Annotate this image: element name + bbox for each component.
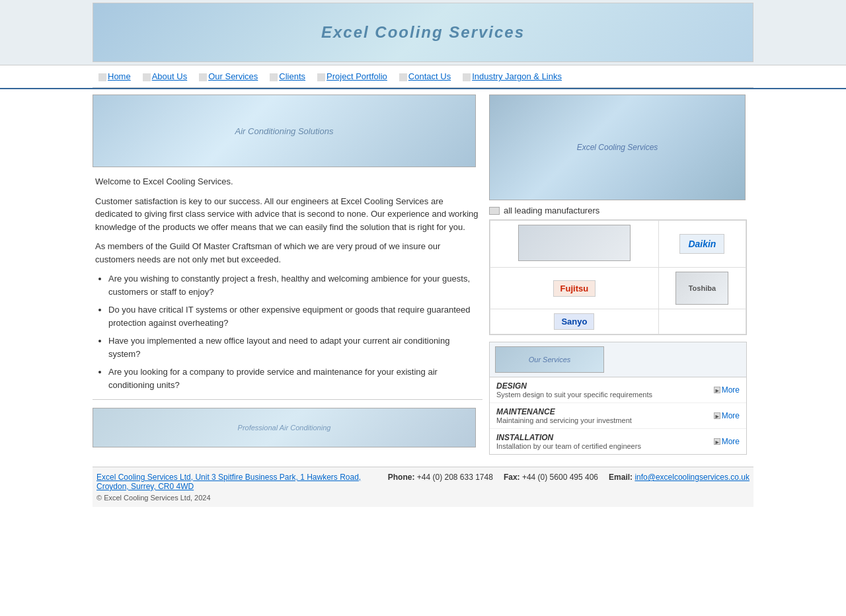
design-title: DESIGN (496, 381, 714, 391)
content-divider (93, 399, 482, 400)
services-banner: Our Services (495, 346, 604, 373)
nav-home[interactable]: Home (93, 68, 137, 85)
nav-clients[interactable]: Clients (264, 68, 311, 85)
more-arrow-icon: ► (714, 387, 720, 393)
phone-number: +44 (0) 208 633 1748 (417, 473, 493, 482)
nav-about[interactable]: About Us (137, 68, 193, 85)
clients-icon (270, 73, 278, 81)
design-more-label: More (722, 385, 740, 395)
manufacturers-header: all leading manufacturers (489, 206, 747, 215)
footer: Excel Cooling Services Ltd, Unit 3 Spitf… (93, 467, 753, 507)
footer-fax: Fax: +44 (0) 5600 495 406 (504, 473, 598, 482)
jargon-icon (463, 73, 471, 81)
more-arrow-icon-2: ► (714, 412, 720, 419)
service-installation-row: INSTALLATION Installation by our team of… (490, 429, 746, 454)
nav-contact[interactable]: Contact Us (393, 68, 457, 85)
services-section: Our Services DESIGN System design to sui… (489, 342, 747, 455)
nav-portfolio[interactable]: Project Portfolio (311, 68, 393, 85)
right-column: Excel Cooling Services all leading manuf… (482, 89, 747, 460)
contact-icon (399, 73, 407, 81)
footer-copyright: © Excel Cooling Services Ltd, 2024 (96, 494, 750, 502)
services-icon (199, 73, 207, 81)
welcome-section: Welcome to Excel Cooling Services. Custo… (93, 175, 482, 391)
sanyo-logo: Sanyo (554, 313, 594, 330)
maintenance-more-label: More (722, 411, 740, 420)
manufacturer-cell-fujitsu: Fujitsu (490, 268, 659, 309)
mitsubishi-logo (518, 225, 631, 261)
portfolio-icon (317, 73, 325, 81)
installation-more-label: More (722, 437, 740, 446)
design-desc: System design to suit your specific requ… (496, 391, 714, 399)
phone-label: Phone: (388, 473, 415, 482)
nav-jargon[interactable]: Industry Jargon & Links (457, 68, 568, 85)
toshiba-logo-img: Toshiba (675, 272, 728, 305)
left-bottom-image: Professional Air Conditioning (93, 408, 476, 447)
maintenance-title: MAINTENANCE (496, 407, 714, 416)
nav-services[interactable]: Our Services (193, 68, 264, 85)
welcome-heading: Welcome to Excel Cooling Services. (95, 175, 480, 188)
maintenance-desc: Maintaining and servicing your investmen… (496, 416, 714, 424)
manufacturer-cell-toshiba: Toshiba (658, 268, 746, 309)
header-banner: Excel Cooling Services (93, 3, 753, 62)
intro-para2: As members of the Guild Of Master Crafts… (95, 240, 480, 266)
features-list: Are you wishing to constantly project a … (108, 272, 480, 391)
left-top-image: Air Conditioning Solutions (93, 95, 476, 167)
list-item: Have you implemented a new office layout… (108, 334, 480, 360)
installation-desc: Installation by our team of certified en… (496, 442, 714, 450)
home-icon (98, 73, 106, 81)
fax-number: +44 (0) 5600 495 406 (522, 473, 598, 482)
maintenance-text: MAINTENANCE Maintaining and servicing yo… (496, 407, 714, 424)
intro-para1: Customer satisfaction is key to our succ… (95, 195, 480, 234)
fax-label: Fax: (504, 473, 520, 482)
manufacturer-cell-empty (658, 309, 746, 334)
maintenance-more-link[interactable]: ►More (714, 411, 740, 420)
manufacturer-grid: Daikin Fujitsu Toshiba (489, 219, 747, 335)
right-top-image: Excel Cooling Services (489, 95, 746, 200)
email-link[interactable]: info@excelcoolingservices.co.uk (634, 473, 750, 482)
fujitsu-logo: Fujitsu (553, 280, 596, 297)
manufacturer-cell-daikin: Daikin (658, 221, 746, 268)
footer-address-link[interactable]: Excel Cooling Services Ltd, Unit 3 Spitf… (96, 473, 375, 491)
list-item: Do you have critical IT systems or other… (108, 303, 480, 329)
manufacturer-cell-mitsubishi (490, 221, 659, 268)
list-item: Are you looking for a company to provide… (108, 366, 480, 391)
design-more-link[interactable]: ►More (714, 385, 740, 395)
installation-title: INSTALLATION (496, 433, 714, 442)
design-text: DESIGN System design to suit your specif… (496, 381, 714, 399)
footer-top: Excel Cooling Services Ltd, Unit 3 Spitf… (96, 473, 750, 491)
manufacturers-title: all leading manufacturers (504, 206, 599, 215)
manufacturers-section: all leading manufacturers Daikin (489, 206, 747, 335)
manufacturer-cell-sanyo: Sanyo (490, 309, 659, 334)
footer-phone: Phone: +44 (0) 208 633 1748 (388, 473, 493, 482)
daikin-logo: Daikin (679, 234, 724, 254)
manufacturers-icon (489, 207, 500, 215)
main-nav: Home About Us Our Services Clients Proje… (93, 65, 753, 88)
service-maintenance-row: MAINTENANCE Maintaining and servicing yo… (490, 403, 746, 429)
installation-text: INSTALLATION Installation by our team of… (496, 433, 714, 450)
service-design-row: DESIGN System design to suit your specif… (490, 377, 746, 403)
email-label: Email: (609, 473, 633, 482)
left-column: Air Conditioning Solutions Welcome to Ex… (93, 89, 482, 460)
about-icon (143, 73, 151, 81)
more-arrow-icon-3: ► (714, 438, 720, 445)
installation-more-link[interactable]: ►More (714, 437, 740, 446)
list-item: Are you wishing to constantly project a … (108, 272, 480, 298)
footer-contact: Phone: +44 (0) 208 633 1748 Fax: +44 (0)… (388, 473, 750, 482)
footer-email: Email: info@excelcoolingservices.co.uk (609, 473, 750, 482)
